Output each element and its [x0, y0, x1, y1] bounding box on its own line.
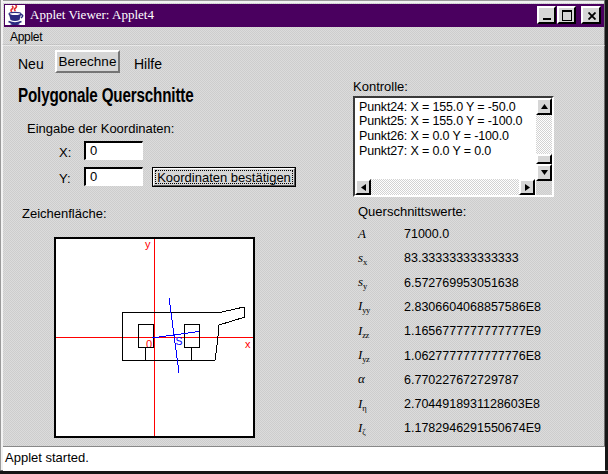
svg-text:x: x [245, 338, 251, 350]
svg-text:S: S [176, 335, 183, 347]
svg-text:y: y [145, 239, 151, 250]
